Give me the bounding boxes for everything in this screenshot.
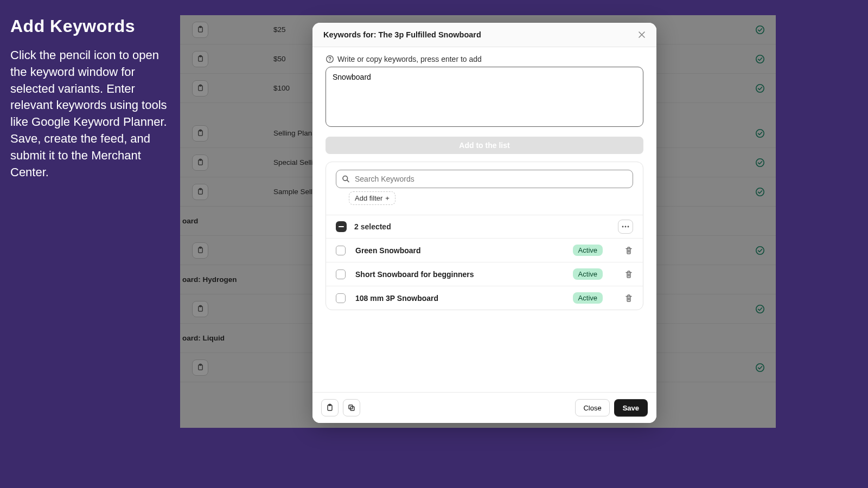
search-icon [342, 175, 350, 183]
modal-footer: Close Save [312, 392, 656, 423]
keywords-textarea[interactable] [326, 67, 643, 127]
trash-icon[interactable] [624, 294, 633, 303]
svg-point-33 [625, 226, 627, 228]
select-all-checkbox[interactable] [336, 221, 347, 232]
trash-icon[interactable] [624, 270, 633, 279]
tutorial-body: Click the pencil icon to open the keywor… [10, 47, 168, 181]
svg-line-30 [347, 180, 349, 182]
keyword-checkbox[interactable] [336, 246, 346, 255]
keyword-checkbox[interactable] [336, 293, 346, 303]
svg-point-28 [329, 61, 330, 62]
more-actions-button[interactable] [618, 220, 633, 234]
keywords-modal: Keywords for: The 3p Fulfilled Snowboard… [312, 23, 656, 423]
keyword-name: 108 mm 3P Snowboard [355, 294, 573, 303]
add-to-list-button[interactable]: Add to the list [326, 137, 643, 154]
keyword-row: Green SnowboardActive [326, 239, 643, 262]
modal-header: Keywords for: The 3p Fulfilled Snowboard [312, 23, 656, 47]
modal-body: Write or copy keywords, press enter to a… [312, 47, 656, 392]
keyword-row: Short Snowboard for begginnersActive [326, 262, 643, 286]
status-badge: Active [573, 245, 603, 256]
svg-point-34 [628, 226, 629, 228]
status-badge: Active [573, 268, 603, 280]
tutorial-panel: Add Keywords Click the pencil icon to op… [10, 16, 168, 181]
keyword-name: Short Snowboard for begginners [355, 270, 573, 279]
svg-point-32 [622, 226, 624, 228]
tutorial-title: Add Keywords [10, 16, 168, 36]
add-filter-button[interactable]: Add filter + [349, 191, 395, 205]
clipboard-button[interactable] [321, 399, 339, 416]
selected-count: 2 selected [354, 222, 391, 231]
keyword-name: Green Snowboard [355, 246, 573, 255]
status-badge: Active [573, 292, 603, 304]
keywords-input-label: Write or copy keywords, press enter to a… [326, 55, 643, 63]
keyword-row: 108 mm 3P SnowboardActive [326, 286, 643, 310]
modal-title: Keywords for: The 3p Fulfilled Snowboard [323, 30, 481, 39]
selection-bar: 2 selected [326, 215, 643, 239]
keywords-list-card: Add filter + 2 selected Green SnowboardA… [326, 162, 643, 310]
help-icon [326, 55, 334, 63]
search-keywords-input[interactable] [336, 170, 633, 188]
plus-icon: + [385, 194, 390, 202]
close-icon[interactable] [638, 31, 646, 38]
close-button[interactable]: Close [575, 399, 609, 416]
keyword-checkbox[interactable] [336, 269, 346, 279]
save-button[interactable]: Save [614, 399, 648, 416]
trash-icon[interactable] [624, 246, 633, 255]
duplicate-button[interactable] [343, 399, 360, 416]
